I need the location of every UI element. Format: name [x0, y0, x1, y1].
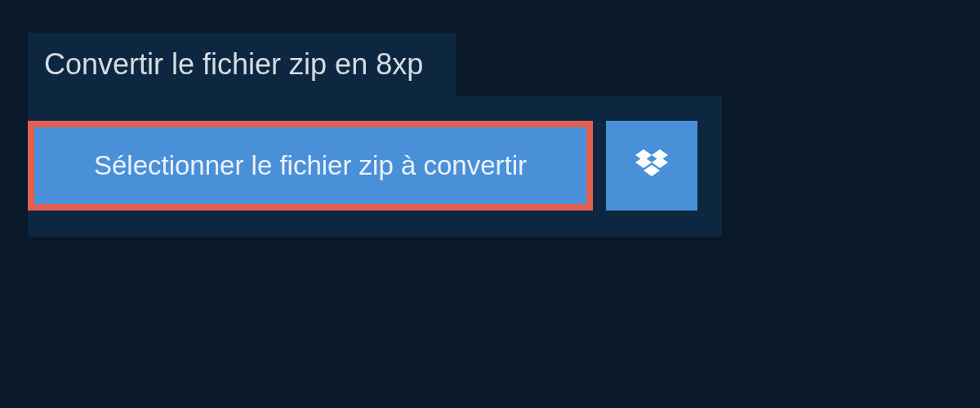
dropbox-icon: [635, 149, 668, 182]
select-file-label: Sélectionner le fichier zip à convertir: [94, 150, 527, 181]
page-title: Convertir le fichier zip en 8xp: [44, 47, 423, 82]
main-container: Convertir le fichier zip en 8xp Sélectio…: [0, 0, 980, 269]
title-bar: Convertir le fichier zip en 8xp: [28, 33, 456, 96]
select-file-button[interactable]: Sélectionner le fichier zip à convertir: [28, 121, 593, 211]
dropbox-button[interactable]: [606, 121, 697, 211]
upload-panel: Sélectionner le fichier zip à convertir: [28, 96, 722, 237]
